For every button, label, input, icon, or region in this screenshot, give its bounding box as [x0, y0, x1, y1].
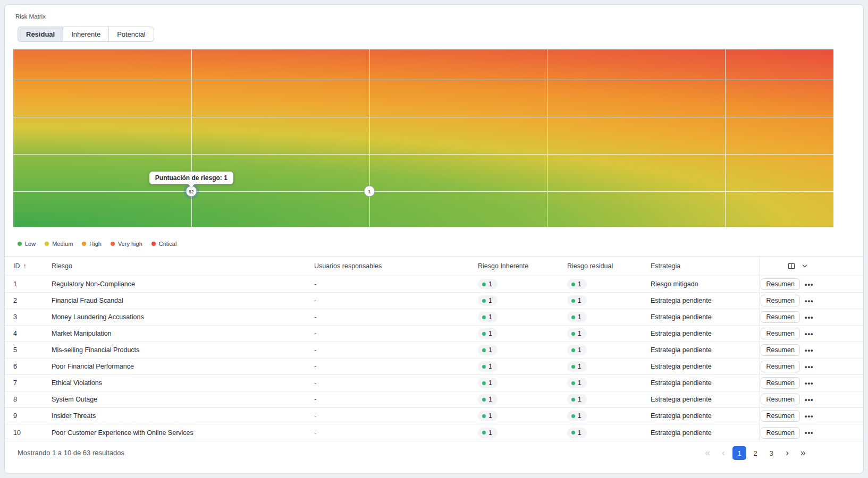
grid-line-vertical — [369, 49, 370, 227]
resumen-button[interactable]: Resumen — [761, 427, 800, 439]
column-header-id[interactable]: ID↑ — [5, 262, 47, 270]
resumen-button[interactable]: Resumen — [761, 394, 800, 405]
legend-label: Critical — [159, 241, 177, 247]
more-actions-button[interactable]: ••• — [805, 395, 814, 405]
green-dot-icon — [571, 431, 575, 434]
risk-point-bubble[interactable]: 62 — [186, 186, 197, 197]
table-row[interactable]: 7 Ethical Violations - 1 1 Estrategia pe… — [5, 375, 863, 391]
cell-actions: Resumen ••• — [759, 293, 815, 309]
cell-estrategia: Estrategia pendiente — [646, 330, 759, 337]
cell-riesgo-inherente: 1 — [474, 328, 563, 339]
tab-inherente[interactable]: Inherente — [63, 27, 109, 42]
last-page-button[interactable] — [796, 446, 810, 460]
legend-dot-icon — [82, 242, 86, 246]
riesgo-residual-badge: 1 — [567, 279, 587, 289]
cell-estrategia: Estrategia pendiente — [646, 363, 759, 370]
cell-riesgo-residual: 1 — [563, 312, 646, 322]
column-header-riesgo-residual[interactable]: Riesgo residual — [563, 262, 646, 270]
riesgo-inherente-badge: 1 — [478, 428, 498, 438]
cell-usuarios-responsables: - — [310, 379, 474, 387]
legend-item-high[interactable]: High — [82, 241, 102, 247]
sort-asc-icon[interactable]: ↑ — [23, 262, 27, 270]
table-row[interactable]: 2 Financial Fraud Scandal - 1 1 Estrateg… — [5, 293, 863, 309]
more-actions-button[interactable]: ••• — [805, 378, 814, 388]
cell-id: 3 — [5, 313, 47, 321]
cell-riesgo-inherente: 1 — [474, 411, 563, 421]
risk-heatmap[interactable]: 621 Puntuación de riesgo: 1 — [13, 49, 833, 227]
risk-point-bubble[interactable]: 1 — [364, 186, 375, 197]
more-actions-button[interactable]: ••• — [805, 296, 814, 306]
page-button-2[interactable]: 2 — [748, 446, 762, 460]
legend-label: Low — [25, 241, 36, 247]
columns-icon — [787, 262, 796, 270]
table-row[interactable]: 10 Poor Customer Experience with Online … — [5, 424, 863, 441]
more-actions-button[interactable]: ••• — [805, 362, 814, 372]
more-actions-button[interactable]: ••• — [805, 411, 814, 421]
cell-actions: Resumen ••• — [759, 276, 815, 292]
table-row[interactable]: 3 Money Laundering Accusations - 1 1 Est… — [5, 309, 863, 326]
resumen-button[interactable]: Resumen — [761, 344, 800, 356]
green-dot-icon — [571, 348, 575, 352]
cell-riesgo-inherente: 1 — [474, 361, 563, 372]
cell-usuarios-responsables: - — [310, 313, 474, 321]
legend-item-very-high[interactable]: Very high — [111, 241, 142, 247]
more-actions-button[interactable]: ••• — [805, 329, 814, 339]
resumen-button[interactable]: Resumen — [761, 377, 800, 389]
green-dot-icon — [571, 315, 575, 319]
table-row[interactable]: 9 Insider Threats - 1 1 Estrategia pendi… — [5, 408, 863, 424]
grid-line-horizontal — [13, 80, 833, 80]
legend-item-medium[interactable]: Medium — [45, 241, 73, 247]
resumen-button[interactable]: Resumen — [761, 410, 800, 422]
tab-residual[interactable]: Residual — [18, 27, 63, 42]
column-header-riesgo[interactable]: Riesgo — [47, 262, 310, 270]
tooltip-text: Puntuación de riesgo: 1 — [155, 174, 227, 182]
resumen-button[interactable]: Resumen — [761, 295, 800, 306]
page-button-3[interactable]: 3 — [764, 446, 778, 460]
next-page-button[interactable] — [780, 446, 794, 460]
grid-line-vertical — [191, 49, 192, 227]
tab-potencial[interactable]: Potencial — [108, 27, 154, 42]
column-header-actions — [759, 257, 815, 276]
prev-page-button[interactable] — [717, 446, 730, 460]
cell-id: 8 — [5, 396, 47, 403]
cell-estrategia: Riesgo mitigado — [646, 280, 759, 288]
more-actions-button[interactable]: ••• — [805, 279, 814, 289]
table-row[interactable]: 8 System Outage - 1 1 Estrategia pendien… — [5, 391, 863, 408]
cell-riesgo: Regulatory Non-Compliance — [47, 280, 310, 288]
cell-actions: Resumen ••• — [759, 424, 815, 441]
legend-label: High — [89, 241, 102, 247]
column-settings-button[interactable] — [787, 262, 808, 270]
cell-usuarios-responsables: - — [310, 363, 474, 370]
legend-item-low[interactable]: Low — [18, 241, 36, 247]
riesgo-residual-badge: 1 — [567, 345, 587, 355]
column-header-usuarios-responsables[interactable]: Usuarios responsables — [310, 262, 474, 270]
table-row[interactable]: 4 Market Manipulation - 1 1 Estrategia p… — [5, 326, 863, 342]
legend-label: Very high — [118, 241, 142, 247]
chevron-right-icon — [783, 449, 791, 457]
cell-riesgo-residual: 1 — [563, 328, 646, 339]
chevron-left-icon — [720, 449, 727, 457]
table-footer: Mostrando 1 a 10 de 63 resultados 123 — [5, 441, 863, 473]
legend-dot-icon — [18, 242, 22, 246]
resumen-button[interactable]: Resumen — [761, 328, 800, 339]
column-header-estrategia[interactable]: Estrategia — [646, 262, 759, 270]
table-row[interactable]: 1 Regulatory Non-Compliance - 1 1 Riesgo… — [5, 276, 863, 293]
column-header-riesgo-inherente[interactable]: Riesgo Inherente — [474, 262, 563, 270]
resumen-button[interactable]: Resumen — [761, 278, 800, 290]
pagination: 123 — [701, 446, 810, 460]
legend-dot-icon — [151, 242, 156, 246]
table-row[interactable]: 6 Poor Financial Performance - 1 1 Estra… — [5, 358, 863, 375]
riesgo-inherente-badge: 1 — [478, 345, 498, 355]
green-dot-icon — [482, 283, 486, 286]
table-row[interactable]: 5 Mis-selling Financial Products - 1 1 E… — [5, 342, 863, 358]
green-dot-icon — [482, 431, 486, 434]
more-actions-button[interactable]: ••• — [805, 345, 814, 355]
legend-item-critical[interactable]: Critical — [151, 241, 177, 247]
more-actions-button[interactable]: ••• — [805, 428, 814, 438]
first-page-button[interactable] — [701, 446, 714, 460]
resumen-button[interactable]: Resumen — [761, 361, 800, 372]
page-button-1[interactable]: 1 — [732, 446, 746, 460]
more-actions-button[interactable]: ••• — [805, 312, 814, 322]
resumen-button[interactable]: Resumen — [761, 311, 800, 323]
cell-actions: Resumen ••• — [759, 358, 815, 374]
